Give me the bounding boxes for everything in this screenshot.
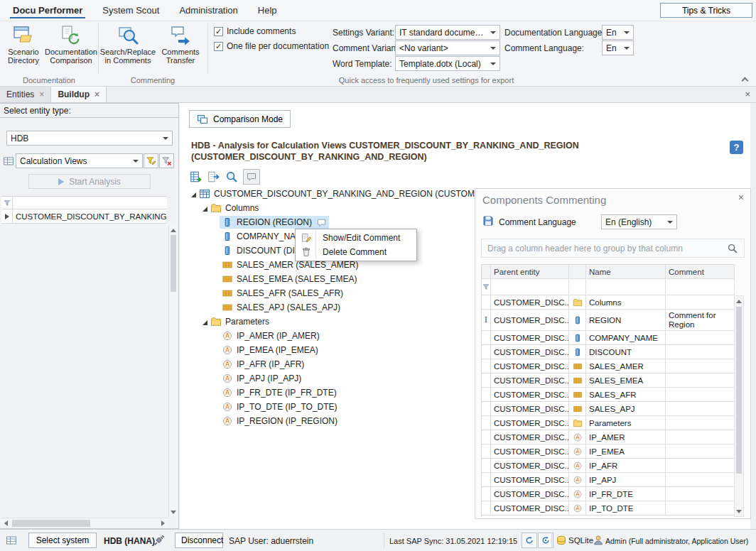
row-expander-cell[interactable] <box>1 209 13 223</box>
menu-item-docu-performer[interactable]: Docu Performer <box>3 0 92 21</box>
table-filter-row[interactable] <box>482 279 735 295</box>
table-row-ip-to-dte[interactable]: CUSTOMER_DISC...AIP_TO_DTE <box>482 501 735 515</box>
help-icon[interactable]: ? <box>730 141 743 154</box>
tree-node-parameters[interactable]: Parameters <box>188 315 475 329</box>
context-menu-item-show-edit-comment[interactable]: Show/Edit Comment <box>297 231 415 245</box>
left-panel-vertical-scrollbar[interactable] <box>168 225 178 517</box>
close-icon[interactable]: × <box>738 192 744 203</box>
comment-bubble-icon[interactable] <box>316 217 327 228</box>
scenario-directory-button[interactable]: Scenario Directory <box>1 23 45 75</box>
tree-node-ip-region-ip-region[interactable]: AIP_REGION (IP_REGION) <box>188 414 475 428</box>
one-file-per-documentation-checkbox[interactable]: ✓ One file per documentation <box>214 41 329 51</box>
collapse-ribbon-icon[interactable] <box>739 75 750 84</box>
filter-cell[interactable] <box>491 279 569 295</box>
grid-filter-row[interactable] <box>1 196 167 209</box>
table-row-parameters[interactable]: CUSTOMER_DISC...Parameters <box>482 416 735 430</box>
comparison-mode-button[interactable]: Comparison Mode <box>189 110 291 128</box>
tree-node-sales-emea-sales-emea[interactable]: SALES_EMEA (SALES_EMEA) <box>188 272 475 286</box>
export-icon[interactable] <box>207 170 220 183</box>
table-row-sales-amer[interactable]: CUSTOMER_DISC...SALES_AMER <box>482 359 735 373</box>
table-row-ip-afr[interactable]: CUSTOMER_DISC...AIP_AFR <box>482 459 735 473</box>
entity-row[interactable]: CUSTOMER_DISCOUNT_BY_RANKING <box>1 209 167 224</box>
excel-export-icon[interactable] <box>190 170 202 183</box>
select-system-button[interactable]: Select system <box>28 533 97 548</box>
tree-node-ip-emea-ip-emea[interactable]: AIP_EMEA (IP_EMEA) <box>188 343 475 357</box>
table-row-discount[interactable]: CUSTOMER_DISC...DISCOUNT <box>482 345 735 359</box>
comment-toggle-button[interactable] <box>243 169 260 185</box>
table-row-sales-emea[interactable]: CUSTOMER_DISC...SALES_EMEA <box>482 373 735 388</box>
table-vertical-scrollbar[interactable] <box>734 295 744 517</box>
filter-cell[interactable] <box>666 279 735 295</box>
panel-comment-language-select[interactable]: En (English) <box>601 214 677 229</box>
collapse-node-icon[interactable] <box>200 204 208 212</box>
filter-clear-button[interactable] <box>159 153 174 168</box>
close-icon[interactable]: × <box>745 89 750 99</box>
column-header-name[interactable]: Name <box>586 265 666 278</box>
scrollbar-thumb[interactable] <box>12 520 90 527</box>
word-template-select[interactable]: Template.dotx (Local) <box>395 56 500 71</box>
filter-edit-button[interactable] <box>144 153 158 168</box>
filter-cell[interactable] <box>569 279 586 295</box>
refresh-button[interactable] <box>522 533 537 548</box>
tree-node-ip-to-dte-ip-to-dte[interactable]: AIP_TO_DTE (IP_TO_DTE) <box>188 400 475 414</box>
search-replace-in-comments-button[interactable]: Search/Replace in Comments <box>101 23 155 75</box>
scrollbar-thumb[interactable] <box>171 235 176 292</box>
context-menu-item-delete-comment[interactable]: Delete Comment <box>297 245 415 259</box>
scroll-up-icon[interactable] <box>735 296 743 306</box>
tree-node-region-region[interactable]: REGION (REGION) <box>188 215 475 229</box>
comment-language-select[interactable]: En <box>602 40 634 55</box>
column-header-comment[interactable]: Comment <box>666 265 735 278</box>
scroll-down-icon[interactable] <box>169 507 178 517</box>
settings-variant-select[interactable]: IT standard document... <box>395 25 500 40</box>
table-row-ip-emea[interactable]: CUSTOMER_DISC...AIP_EMEA <box>482 444 735 459</box>
tree-node-ip-amer-ip-amer[interactable]: AIP_AMER (IP_AMER) <box>188 329 475 343</box>
left-panel-horizontal-scrollbar[interactable] <box>1 518 168 528</box>
table-row-ip-fr-dte[interactable]: CUSTOMER_DISC...AIP_FR_DTE <box>482 487 735 501</box>
documentation-comparison-button[interactable]: Documentation Comparison <box>45 23 97 75</box>
scroll-up-icon[interactable] <box>169 225 178 235</box>
tree-node-ip-fr-dte-ip-fr-dte[interactable]: AIP_FR_DTE (IP_FR_DTE) <box>188 386 475 400</box>
tree-node-ip-apj-ip-apj[interactable]: AIP_APJ (IP_APJ) <box>188 371 475 386</box>
table-row-sales-afr[interactable]: CUSTOMER_DISC...SALES_AFR <box>482 388 735 402</box>
table-row-region[interactable]: ICUSTOMER_DISC...REGIONComment for Regio… <box>482 310 735 331</box>
tab-entities[interactable]: Entities× <box>0 87 51 102</box>
collapse-node-icon[interactable] <box>200 317 208 326</box>
zoom-icon[interactable] <box>225 170 238 183</box>
system-select[interactable]: HDB <box>6 131 173 146</box>
group-by-box[interactable]: Drag a column header here to group by th… <box>481 239 745 258</box>
close-icon[interactable]: × <box>39 89 44 99</box>
tree-node-customer-discount-by-ranking-and-region-customer-discount-by-ranking-and-region[interactable]: CUSTOMER_DISCOUNT_BY_RANKING_AND_REGION … <box>188 187 475 201</box>
filter-cell[interactable] <box>586 279 666 295</box>
menu-item-administration[interactable]: Administration <box>169 0 247 21</box>
documentation-language-select[interactable]: En <box>602 25 634 40</box>
table-row-ip-amer[interactable]: CUSTOMER_DISC...AIP_AMER <box>482 430 735 444</box>
tab-buildup[interactable]: Buildup× <box>51 87 107 102</box>
search-icon[interactable] <box>727 243 738 254</box>
tips-and-tricks-button[interactable]: Tips & Tricks <box>660 3 752 18</box>
table-row-columns[interactable]: CUSTOMER_DISC...Columns <box>482 295 735 310</box>
table-row-ip-apj[interactable]: CUSTOMER_DISC...AIP_APJ <box>482 473 735 487</box>
entity-type-select[interactable]: Calculation Views <box>16 153 143 168</box>
scrollbar-thumb[interactable] <box>736 307 742 474</box>
table-row-sales-apj[interactable]: CUSTOMER_DISC...SALES_APJ <box>482 402 735 416</box>
scroll-left-icon[interactable] <box>1 518 11 528</box>
column-header-parent-entity[interactable]: Parent entity <box>491 265 569 278</box>
tree-node-ip-afr-ip-afr[interactable]: AIP_AFR (IP_AFR) <box>188 357 475 371</box>
tree-node-columns[interactable]: Columns <box>188 201 475 215</box>
start-analysis-button[interactable]: Start Analysis <box>28 174 151 189</box>
tree-node-sales-apj-sales-apj[interactable]: SALES_APJ (SALES_APJ) <box>188 300 475 315</box>
tree-node-sales-afr-sales-afr[interactable]: SALES_AFR (SALES_AFR) <box>188 286 475 300</box>
comment-variant-select[interactable]: <No variant> <box>395 40 500 55</box>
table-row-company-name[interactable]: CUSTOMER_DISC...COMPANY_NAME <box>482 331 735 345</box>
include-comments-checkbox[interactable]: ✓ Include comments <box>214 26 296 36</box>
save-icon[interactable] <box>482 215 494 227</box>
menu-item-help[interactable]: Help <box>248 0 287 21</box>
disconnect-button[interactable]: Disconnect <box>175 533 223 548</box>
column-header-icon[interactable] <box>569 265 586 278</box>
scroll-right-icon[interactable] <box>158 518 168 528</box>
collapse-node-icon[interactable] <box>188 190 197 198</box>
scroll-down-icon[interactable] <box>735 506 743 516</box>
close-icon[interactable]: × <box>94 89 99 99</box>
menu-item-system-scout[interactable]: System Scout <box>92 0 169 21</box>
comments-transfer-button[interactable]: Comments Transfer <box>156 23 205 75</box>
